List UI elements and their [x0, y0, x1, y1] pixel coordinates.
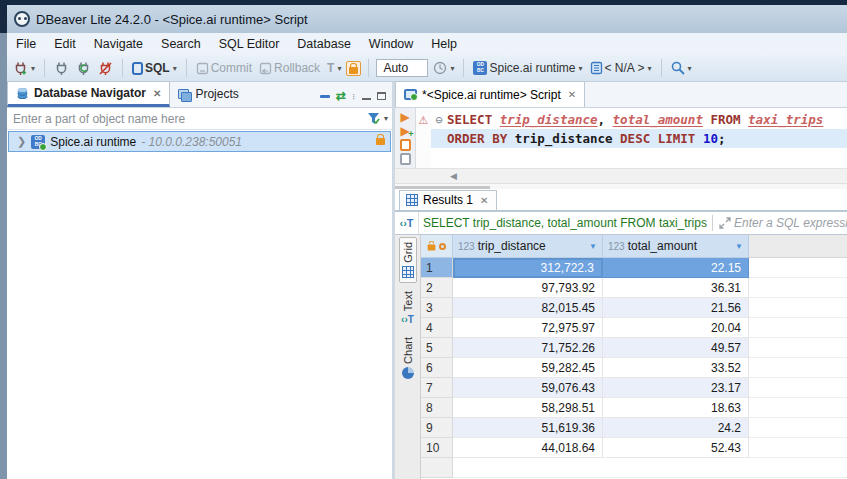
search-button[interactable]: ▾ — [669, 59, 694, 77]
menu-window[interactable]: Window — [360, 33, 422, 55]
execute-statement-button[interactable]: ▶ — [400, 111, 409, 123]
minimize-icon[interactable] — [362, 92, 371, 100]
sql-editor-button[interactable]: SQL ▾ — [130, 59, 179, 77]
tab-sql-script[interactable]: *<Spice.ai runtime> Script ✕ — [395, 81, 585, 107]
table-row[interactable]: 951,619.3624.2 — [421, 418, 847, 438]
menu-edit[interactable]: Edit — [45, 33, 85, 55]
cell[interactable]: 97,793.92 — [453, 278, 603, 298]
filter-funnel-icon[interactable] — [367, 112, 380, 125]
explain-plan-button[interactable] — [400, 153, 411, 165]
disconnect-button[interactable] — [52, 59, 71, 78]
cell[interactable]: 58,298.51 — [453, 398, 603, 418]
row-number[interactable]: 5 — [421, 338, 453, 358]
cell[interactable]: 51,619.36 — [453, 418, 603, 438]
menu-file[interactable]: File — [7, 33, 45, 55]
chevron-down-icon[interactable]: ▾ — [384, 114, 388, 123]
menu-database[interactable]: Database — [288, 33, 360, 55]
close-icon[interactable]: ✕ — [480, 195, 488, 206]
reconnect-button[interactable] — [74, 59, 93, 78]
collapse-all-icon[interactable] — [320, 95, 330, 98]
transaction-history-button[interactable]: ▾ — [431, 59, 456, 77]
table-row[interactable]: 382,015.4521.56 — [421, 298, 847, 318]
execute-script-button[interactable] — [400, 139, 411, 151]
row-number[interactable]: 8 — [421, 398, 453, 418]
rollback-button[interactable]: Rollback — [257, 59, 322, 77]
tab-grid-view[interactable]: Grid — [399, 237, 417, 283]
connect-button[interactable]: ▾ — [11, 59, 37, 78]
cell[interactable]: 72,975.97 — [453, 318, 603, 338]
cell[interactable]: 312,722.3 — [453, 258, 603, 278]
cell[interactable]: 36.31 — [603, 278, 749, 298]
table-row[interactable]: 297,793.9236.31 — [421, 278, 847, 298]
cell[interactable]: 18.63 — [603, 398, 749, 418]
cell[interactable]: 20.04 — [603, 318, 749, 338]
link-editor-icon[interactable]: ⇄ — [336, 91, 346, 101]
disconnect-all-button[interactable] — [96, 59, 115, 78]
cell[interactable]: 23.17 — [603, 378, 749, 398]
row-number[interactable]: 9 — [421, 418, 453, 438]
fold-marker[interactable]: ⊖ — [431, 113, 447, 127]
view-menu-icon[interactable]: ⁝ — [352, 94, 356, 99]
menu-help[interactable]: Help — [422, 33, 466, 55]
expand-arrows-icon[interactable] — [719, 217, 731, 229]
table-row[interactable]: 759,076.4323.17 — [421, 378, 847, 398]
table-row[interactable]: 1044,018.6452.43 — [421, 438, 847, 458]
expander-icon[interactable]: ❯ — [17, 135, 26, 148]
menu-navigate[interactable]: Navigate — [85, 33, 152, 55]
maximize-icon[interactable] — [377, 92, 386, 100]
tab-projects[interactable]: Projects — [170, 81, 246, 107]
sort-desc-icon[interactable]: ▼ — [589, 242, 597, 251]
column-header-total_amount[interactable]: 123total_amount▼ — [603, 235, 749, 258]
results-filter-input[interactable] — [734, 216, 847, 230]
cell[interactable]: 59,282.45 — [453, 358, 603, 378]
cell[interactable]: 71,752.26 — [453, 338, 603, 358]
active-schema-select[interactable]: < N/A > ▾ — [588, 59, 654, 77]
table-row[interactable]: 659,282.4533.52 — [421, 358, 847, 378]
editor-horizontal-scrollbar[interactable]: ◀ — [395, 168, 847, 183]
cell[interactable]: 44,018.64 — [453, 438, 603, 458]
row-number[interactable]: 3 — [421, 298, 453, 318]
sort-desc-icon[interactable]: ▼ — [735, 242, 743, 251]
close-icon[interactable]: ✕ — [153, 88, 161, 99]
table-row[interactable]: 858,298.5118.63 — [421, 398, 847, 418]
menu-search[interactable]: Search — [152, 33, 210, 55]
cell[interactable]: 52.43 — [603, 438, 749, 458]
row-number[interactable]: 7 — [421, 378, 453, 398]
code-line[interactable]: ORDER BY trip_distance DESC LIMIT 10; — [431, 129, 847, 148]
active-connection-select[interactable]: ODBC Spice.ai runtime ▾ — [471, 59, 584, 77]
window-title: DBeaver Lite 24.2.0 - <Spice.ai runtime>… — [36, 12, 308, 27]
execute-new-tab-button[interactable]: ▶ — [400, 125, 409, 137]
grid-corner-cell[interactable] — [421, 235, 453, 258]
connection-tree-item[interactable]: ❯ ODBC Spice.ai runtime - 10.0.0.238:500… — [8, 131, 391, 152]
connection-lock-button[interactable] — [346, 61, 361, 76]
tab-database-navigator[interactable]: Database Navigator ✕ — [7, 81, 170, 107]
tab-text-view[interactable]: Text ‹›T — [399, 287, 416, 329]
table-row[interactable]: 472,975.9720.04 — [421, 318, 847, 338]
cell[interactable]: 22.15 — [603, 258, 749, 278]
cell[interactable]: 21.56 — [603, 298, 749, 318]
row-number[interactable]: 4 — [421, 318, 453, 338]
row-number[interactable]: 2 — [421, 278, 453, 298]
cell[interactable]: 82,015.45 — [453, 298, 603, 318]
code-line[interactable]: ⊖SELECT trip_distance, total_amount FROM… — [431, 110, 847, 129]
cell[interactable]: 24.2 — [603, 418, 749, 438]
row-number[interactable]: 1 — [421, 258, 453, 278]
close-icon[interactable]: ✕ — [568, 89, 576, 100]
column-header-trip_distance[interactable]: 123trip_distance▼ — [453, 235, 603, 258]
cell[interactable]: 33.52 — [603, 358, 749, 378]
tab-chart-view[interactable]: Chart — [400, 333, 416, 383]
editor-results-splitter[interactable] — [395, 183, 847, 189]
transaction-log-button[interactable]: T ▾ — [325, 59, 343, 77]
row-number[interactable]: 10 — [421, 438, 453, 458]
menu-sql-editor[interactable]: SQL Editor — [210, 33, 289, 55]
commit-button[interactable]: Commit — [194, 59, 254, 77]
code-area[interactable]: ⊖SELECT trip_distance, total_amount FROM… — [431, 108, 847, 168]
row-number[interactable]: 6 — [421, 358, 453, 378]
cell[interactable]: 49.57 — [603, 338, 749, 358]
commit-mode-select[interactable]: Auto — [376, 59, 428, 77]
object-filter-input[interactable] — [13, 112, 367, 126]
table-row[interactable]: 1312,722.322.15 — [421, 258, 847, 278]
table-row[interactable]: 571,752.2649.57 — [421, 338, 847, 358]
cell[interactable]: 59,076.43 — [453, 378, 603, 398]
tab-results-1[interactable]: Results 1 ✕ — [399, 190, 497, 210]
